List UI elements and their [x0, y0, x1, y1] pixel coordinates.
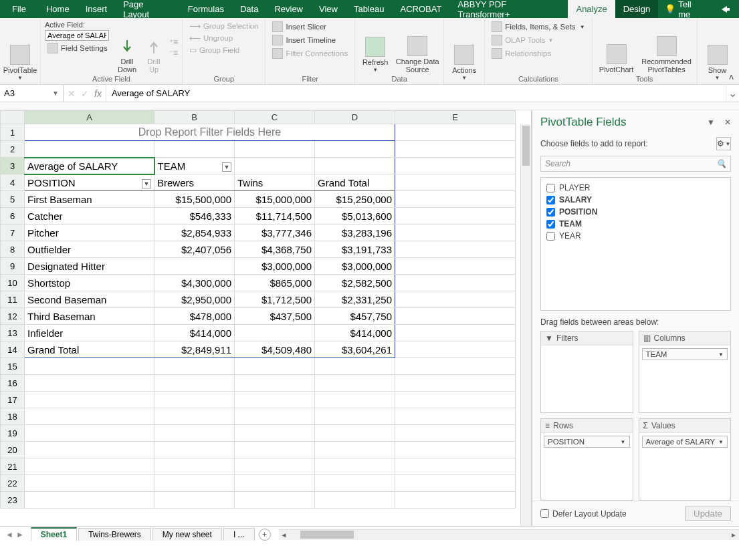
cell[interactable]	[395, 225, 516, 241]
area-rows[interactable]: ≡Rows POSITION▼	[540, 418, 633, 501]
cell[interactable]	[25, 408, 154, 425]
group-field-button[interactable]: ▭Group Field	[187, 45, 261, 55]
cell[interactable]: $865,000	[235, 275, 315, 291]
cell[interactable]: $478,000	[154, 308, 235, 325]
cell[interactable]: $4,509,480	[235, 341, 315, 358]
cell[interactable]: Grand Total	[25, 341, 154, 358]
select-all-cell[interactable]	[1, 111, 25, 124]
cell[interactable]: $3,283,196	[315, 225, 395, 241]
row-header[interactable]: 8	[1, 241, 25, 258]
cell[interactable]	[315, 375, 395, 392]
area-filters[interactable]: ▼Filters	[540, 331, 633, 413]
cell[interactable]	[395, 141, 516, 158]
cell[interactable]	[395, 475, 516, 492]
name-box[interactable]: A3 ▼	[0, 85, 64, 102]
cell[interactable]	[235, 141, 315, 158]
area-columns-item[interactable]: TEAM▼	[642, 348, 728, 360]
cell[interactable]	[235, 475, 315, 492]
sheet-tab-4[interactable]: I ...	[223, 528, 255, 541]
cell[interactable]	[235, 375, 315, 392]
cell[interactable]	[235, 325, 315, 341]
pane-dropdown-button[interactable]: ▼	[707, 118, 715, 127]
pane-close-button[interactable]: ✕	[724, 118, 731, 127]
tab-formulas[interactable]: Formulas	[180, 0, 232, 18]
position-filter-button[interactable]: ▼	[142, 179, 151, 188]
cell[interactable]	[395, 158, 516, 174]
group-selection-button[interactable]: ⟶Group Selection	[187, 21, 261, 31]
row-header[interactable]: 14	[1, 341, 25, 358]
field-checkbox[interactable]	[546, 196, 555, 204]
col-header-A[interactable]: A	[25, 111, 154, 124]
cell[interactable]	[315, 358, 395, 375]
cell[interactable]	[25, 458, 154, 475]
cell[interactable]	[154, 375, 235, 392]
row-header[interactable]: 21	[1, 458, 25, 475]
team-filter-button[interactable]: ▼	[222, 162, 231, 172]
cell[interactable]	[395, 124, 516, 141]
cell[interactable]	[154, 141, 235, 158]
field-checkbox[interactable]	[546, 220, 555, 229]
spreadsheet-grid[interactable]: A B C D E 1Drop Report Filter Fields Her…	[0, 110, 532, 526]
cell[interactable]	[395, 492, 516, 509]
cancel-formula-button[interactable]: ✕	[68, 88, 76, 99]
accept-formula-button[interactable]: ✓	[81, 88, 89, 99]
cell[interactable]: $2,407,056	[154, 241, 235, 258]
row-header[interactable]: 2	[1, 141, 25, 158]
cell[interactable]: $3,000,000	[315, 258, 395, 275]
cell[interactable]	[25, 375, 154, 392]
refresh-button[interactable]: Refresh▼	[359, 21, 391, 74]
tab-design[interactable]: Design	[615, 0, 658, 18]
cell[interactable]: $15,500,000	[154, 191, 235, 208]
row-header[interactable]: 16	[1, 375, 25, 392]
field-year[interactable]: YEAR	[544, 230, 728, 242]
horizontal-scrollbar[interactable]: ◄►	[279, 529, 739, 540]
tell-me[interactable]: 💡 Tell me	[658, 0, 712, 18]
drill-up-button[interactable]: Drill Up	[142, 21, 165, 74]
field-position[interactable]: POSITION	[544, 206, 728, 218]
sheet-tab-3[interactable]: My new sheet	[152, 528, 222, 541]
cell[interactable]	[315, 408, 395, 425]
filter-connections-button[interactable]: Filter Connections	[270, 47, 350, 59]
row-header[interactable]: 15	[1, 358, 25, 375]
cell[interactable]	[25, 392, 154, 408]
cell[interactable]	[315, 158, 395, 174]
cell[interactable]	[235, 425, 315, 442]
cell[interactable]	[154, 475, 235, 492]
cell[interactable]	[315, 492, 395, 509]
cell[interactable]	[25, 442, 154, 458]
row-header[interactable]: 19	[1, 425, 25, 442]
cell[interactable]: $2,582,500	[315, 275, 395, 291]
cell[interactable]: $2,331,250	[315, 291, 395, 308]
cell[interactable]	[235, 442, 315, 458]
cell[interactable]	[315, 425, 395, 442]
new-sheet-button[interactable]: +	[259, 529, 271, 541]
olap-tools-button[interactable]: OLAP Tools ▼	[489, 34, 587, 46]
cell[interactable]: $1,712,500	[235, 291, 315, 308]
expand-formula-bar-button[interactable]: ⌄	[726, 85, 739, 102]
insert-slicer-button[interactable]: Insert Slicer	[270, 21, 350, 33]
row-header[interactable]: 9	[1, 258, 25, 275]
field-player[interactable]: PLAYER	[544, 182, 728, 194]
col-header-B[interactable]: B	[154, 111, 235, 124]
expand-field-button[interactable]: ⁺≡	[169, 37, 178, 47]
field-checkbox[interactable]	[546, 232, 555, 241]
sheet-tab-1[interactable]: Sheet1	[31, 527, 77, 541]
cell[interactable]: $457,750	[315, 308, 395, 325]
row-header[interactable]: 10	[1, 275, 25, 291]
cell[interactable]: $3,777,346	[235, 225, 315, 241]
cell[interactable]	[395, 191, 516, 208]
cell[interactable]	[235, 392, 315, 408]
cell[interactable]	[395, 325, 516, 341]
cell[interactable]: $11,714,500	[235, 208, 315, 225]
tab-review[interactable]: Review	[266, 0, 311, 18]
cell[interactable]	[395, 375, 516, 392]
cell[interactable]	[154, 442, 235, 458]
active-field-input[interactable]	[45, 30, 109, 41]
row-header[interactable]: 22	[1, 475, 25, 492]
cell[interactable]: TEAM▼	[154, 158, 235, 174]
cell[interactable]: $3,191,733	[315, 241, 395, 258]
vertical-scrollbar[interactable]	[520, 124, 531, 526]
tab-view[interactable]: View	[311, 0, 346, 18]
cell[interactable]: Second Baseman	[25, 291, 154, 308]
cell[interactable]	[154, 425, 235, 442]
